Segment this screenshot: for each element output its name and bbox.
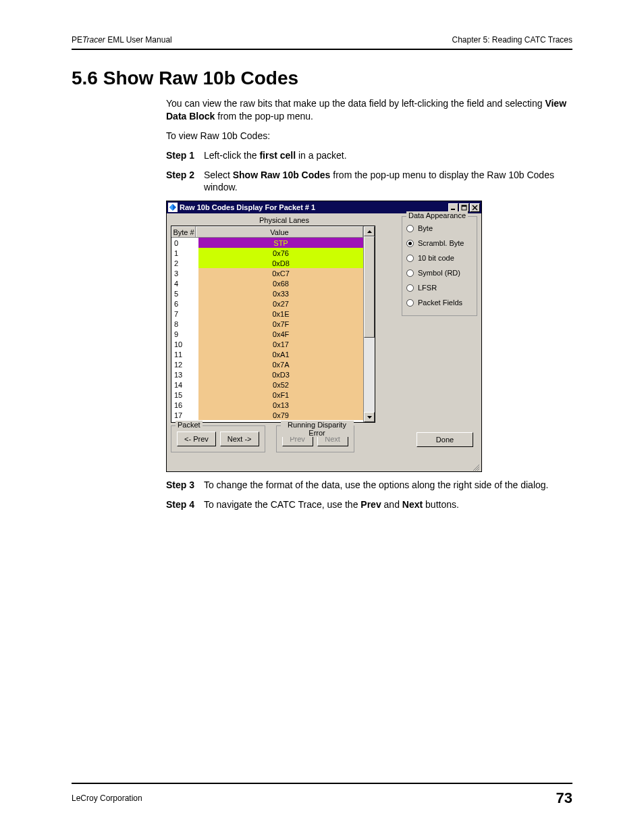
step-1: Step 1 Left-click the first cell in a pa… xyxy=(166,149,572,162)
appearance-option-label: 10 bit code xyxy=(418,254,454,262)
section-heading: 5.6 Show Raw 10b Codes xyxy=(72,68,572,89)
table-row[interactable]: 60x27 xyxy=(171,298,363,309)
rde-legend: Running Disparity Error xyxy=(281,421,354,437)
appearance-option[interactable]: 10 bit code xyxy=(406,251,473,265)
scroll-up-button[interactable] xyxy=(364,226,375,236)
value-cell: 0xC7 xyxy=(198,268,363,278)
table-row[interactable]: 40x68 xyxy=(171,278,363,288)
table-row[interactable]: 160x13 xyxy=(171,400,363,410)
table-row[interactable]: 50x33 xyxy=(171,288,363,298)
byte-cell: 3 xyxy=(171,268,198,278)
table-row[interactable]: 20xD8 xyxy=(171,258,363,268)
footer-company: LeCroy Corporation xyxy=(72,793,142,803)
table-row[interactable]: 10x76 xyxy=(171,248,363,258)
radio-icon[interactable] xyxy=(406,225,414,232)
step-4-t1: To navigate the CATC Trace, use the xyxy=(204,499,360,510)
appearance-option[interactable]: Packet Fields xyxy=(406,295,473,310)
table-row[interactable]: 80x7F xyxy=(171,319,363,329)
table-row[interactable]: 150xF1 xyxy=(171,390,363,400)
table-row[interactable]: 100x17 xyxy=(171,339,363,349)
physical-lanes-label: Physical Lanes xyxy=(171,216,398,224)
byte-cell: 17 xyxy=(171,410,198,420)
appearance-option[interactable]: Symbol (RD) xyxy=(406,265,473,280)
minimize-button[interactable] xyxy=(448,203,458,212)
byte-cell: 10 xyxy=(171,339,198,349)
svg-rect-4 xyxy=(462,205,466,207)
table-row[interactable]: 30xC7 xyxy=(171,268,363,278)
page-footer: LeCroy Corporation 73 xyxy=(72,783,572,807)
byte-cell: 0 xyxy=(171,238,198,248)
value-cell: 0x7F xyxy=(198,319,363,329)
vertical-scrollbar[interactable] xyxy=(363,226,375,422)
table-row[interactable]: 70x1E xyxy=(171,309,363,319)
intro-p1: You can view the raw bits that make up t… xyxy=(166,97,572,123)
radio-icon[interactable] xyxy=(406,299,414,307)
radio-icon[interactable] xyxy=(406,284,414,292)
value-cell: 0x13 xyxy=(198,400,363,410)
value-cell: 0x7A xyxy=(198,359,363,369)
app-icon xyxy=(168,203,178,212)
scroll-thumb[interactable] xyxy=(364,236,375,338)
byte-cell: 13 xyxy=(171,369,198,380)
byte-cell: 4 xyxy=(171,278,198,288)
table-row[interactable]: 120x7A xyxy=(171,359,363,369)
value-cell: 0x79 xyxy=(198,410,363,420)
step-4-label: Step 4 xyxy=(166,498,201,511)
step-1-t2: in a packet. xyxy=(296,150,347,161)
step-3-body: To change the format of the data, use th… xyxy=(204,479,572,492)
appearance-option[interactable]: LFSR xyxy=(406,280,473,295)
byte-cell: 2 xyxy=(171,258,198,268)
step-2-b1: Show Raw 10b Codes xyxy=(233,170,331,180)
value-cell: 0x27 xyxy=(198,298,363,309)
table-row[interactable]: 90x4F xyxy=(171,329,363,339)
radio-icon[interactable] xyxy=(406,269,414,277)
packet-next-button[interactable]: Next -> xyxy=(220,432,259,446)
dialog-title: Raw 10b Codes Display For Packet # 1 xyxy=(180,203,448,211)
svg-rect-2 xyxy=(451,209,455,210)
byte-cell: 6 xyxy=(171,298,198,309)
appearance-option-label: Symbol (RD) xyxy=(418,269,460,277)
radio-icon[interactable] xyxy=(406,255,414,262)
step-4-t2: and xyxy=(381,499,402,510)
maximize-button[interactable] xyxy=(459,203,469,212)
appearance-option-label: Packet Fields xyxy=(418,298,462,307)
table-row[interactable]: 0STP xyxy=(171,238,363,248)
table-row[interactable]: 140x52 xyxy=(171,380,363,390)
value-cell: 0xF1 xyxy=(198,390,363,400)
byte-cell: 11 xyxy=(171,349,198,359)
footer-rule xyxy=(72,783,572,784)
appearance-option[interactable]: Byte xyxy=(406,221,473,236)
col-value-header[interactable]: Value xyxy=(196,226,363,237)
table-row[interactable]: 110xA1 xyxy=(171,349,363,359)
col-byte-header[interactable]: Byte # xyxy=(171,226,196,237)
intro-p2: To view Raw 10b Codes: xyxy=(166,130,572,142)
scroll-down-button[interactable] xyxy=(364,412,375,422)
resize-grip-icon[interactable] xyxy=(167,463,481,471)
table-row[interactable]: 170x79 xyxy=(171,410,363,420)
appearance-option[interactable]: Scrambl. Byte xyxy=(406,236,473,251)
svg-marker-8 xyxy=(367,416,372,419)
step-2-label: Step 2 xyxy=(166,169,201,182)
page-header: PETracer EML User Manual Chapter 5: Read… xyxy=(72,35,572,45)
step-2-body: Select Show Raw 10b Codes from the pop-u… xyxy=(204,169,572,194)
step-2: Step 2 Select Show Raw 10b Codes from th… xyxy=(166,169,572,194)
step-4-b2: Next xyxy=(402,499,423,510)
byte-cell: 5 xyxy=(171,288,198,298)
data-appearance-legend: Data Appearance xyxy=(406,211,468,219)
step-4: Step 4 To navigate the CATC Trace, use t… xyxy=(166,498,572,511)
radio-icon[interactable] xyxy=(406,240,414,247)
close-button[interactable] xyxy=(470,203,480,212)
intro-p1-text: You can view the raw bits that make up t… xyxy=(166,98,545,109)
appearance-option-label: LFSR xyxy=(418,284,437,292)
table-row[interactable]: 130xD3 xyxy=(171,369,363,380)
done-button[interactable]: Done xyxy=(417,432,473,447)
step-2-t1: Select xyxy=(204,170,233,180)
svg-line-10 xyxy=(475,467,479,471)
header-left-italic: Tracer xyxy=(82,35,105,45)
list-header[interactable]: Byte # Value xyxy=(171,226,363,238)
codes-list[interactable]: Byte # Value 0STP10x7620xD830xC740x6850x… xyxy=(171,226,375,423)
value-cell: STP xyxy=(198,238,363,248)
value-cell: 0x68 xyxy=(198,278,363,288)
packet-prev-button[interactable]: <- Prev xyxy=(177,432,216,446)
byte-cell: 9 xyxy=(171,329,198,339)
